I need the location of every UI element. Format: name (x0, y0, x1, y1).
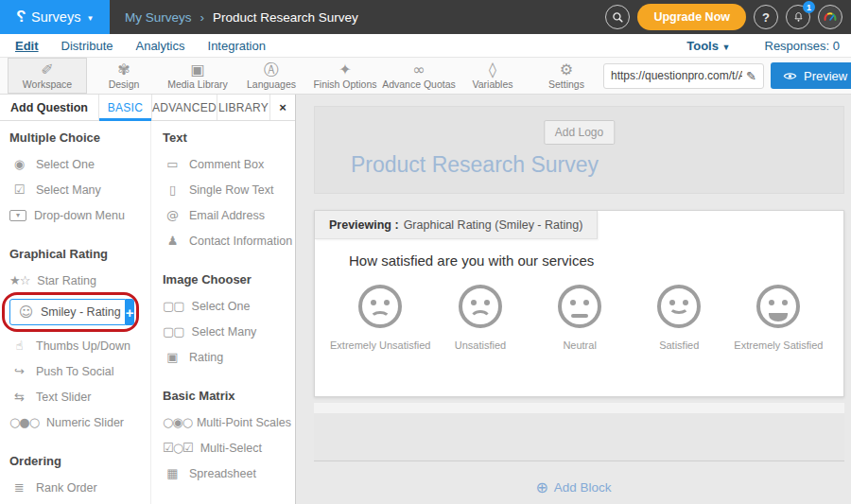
sidebar-item-select-one[interactable]: ◉Select One (9, 157, 147, 171)
star-rating-icon: ★☆ (9, 273, 29, 287)
sidebar-tab-basic[interactable]: BASIC (99, 95, 152, 120)
multi-point-scales-icon: ○◉○ (163, 415, 189, 429)
product-name: Surveys (31, 9, 80, 25)
sidebar-item-rank-order[interactable]: ≣Rank Order (9, 480, 147, 495)
sidebar-item-star-rating[interactable]: ★☆Star Rating (9, 273, 147, 287)
sidebar-item-smiley-rating[interactable]: ☺Smiley - Rating (9, 299, 126, 325)
search-button[interactable] (605, 5, 630, 29)
score-gauge-icon (821, 8, 840, 26)
multi-select-icon: ☑○☑ (163, 441, 193, 455)
toolbar-workspace[interactable]: ✐Workspace (8, 58, 87, 94)
toolbar-media-library[interactable]: ▣Media Library (161, 58, 234, 94)
notifications-button[interactable]: 1 (786, 5, 810, 29)
toolbar-design[interactable]: ✾Design (87, 58, 161, 94)
account-avatar[interactable] (818, 5, 842, 29)
sidebar-item-spreadsheet[interactable]: ▦Spreadsheet (163, 466, 291, 480)
toolbar-languages[interactable]: ⒶLanguages (234, 58, 308, 94)
toolbar: ✐Workspace✾Design▣Media LibraryⒶLanguage… (0, 58, 851, 95)
smiley-rating-icon: ☺ (16, 304, 35, 321)
smiley-option-unsatisfied[interactable]: Unsatisfied (430, 285, 530, 351)
survey-url-input[interactable] (611, 69, 742, 82)
sidebar-item-select-many[interactable]: ☑Select Many (9, 182, 147, 197)
sidebar-item-contact-information[interactable]: ♟Contact Information (163, 234, 291, 248)
smiley-face-icon (558, 285, 601, 328)
sidebar-item-numeric-slider[interactable]: ○●○Numeric Slider (9, 415, 147, 429)
bell-icon (792, 11, 805, 24)
preview-button[interactable]: Preview (771, 62, 851, 89)
section-title-ordering: Ordering (9, 454, 147, 468)
upgrade-now-button[interactable]: Upgrade Now (637, 4, 746, 30)
add-block-button[interactable]: ⊕ Add Block (296, 478, 851, 496)
add-question-sidebar: Add Question BASICADVANCEDLIBRARY × Mult… (0, 95, 296, 504)
item-label-text-slider: Text Slider (36, 391, 91, 404)
tools-menu[interactable]: Tools ▼ (686, 39, 730, 53)
item-label-rank-order: Rank Order (36, 481, 97, 495)
chevron-down-icon: ▼ (722, 43, 731, 52)
previewing-tab: Previewing : Graphical Rating (Smiley - … (315, 211, 598, 239)
sidebar-tab-advanced[interactable]: ADVANCED (152, 95, 217, 120)
smiley-eye (769, 300, 774, 305)
menu-tab-edit[interactable]: Edit (4, 34, 50, 57)
add-smiley-rating-button[interactable]: + (126, 299, 134, 325)
sidebar-item-select-one[interactable]: ▢▢Select One (163, 299, 291, 313)
toolbar-settings[interactable]: ⚙Settings (530, 58, 603, 94)
toolbar-variables[interactable]: ◊Variables (456, 58, 530, 94)
share-social-icon: ↪ (9, 364, 28, 378)
sidebar-item-thumbs-up-down[interactable]: ☝Thumbs Up/Down (9, 339, 147, 353)
item-label-select-many: Select Many (36, 183, 101, 197)
workspace-icon: ✐ (41, 61, 53, 78)
toolbar-label-workspace: Workspace (23, 78, 72, 90)
sidebar-item-email-address[interactable]: @Email Address (163, 208, 291, 222)
languages-icon: Ⓐ (264, 61, 279, 78)
add-logo-button[interactable]: Add Logo (544, 120, 615, 145)
smiley-label: Extremely Unsatisfied (330, 339, 430, 351)
sidebar-item-push-to-social[interactable]: ↪Push To Social (9, 364, 147, 378)
smiley-option-extremely-unsatisfied[interactable]: Extremely Unsatisfied (330, 285, 430, 351)
menu-tab-distribute[interactable]: Distribute (50, 34, 125, 57)
smiley-option-extremely-satisfied[interactable]: Extremely Satisfied (729, 285, 828, 351)
edit-url-icon[interactable]: ✎ (746, 69, 756, 83)
sidebar-tabs: Add Question BASICADVANCEDLIBRARY × (0, 95, 295, 121)
sidebar-item-drop-down-menu[interactable]: ▾Drop-down Menu (9, 208, 147, 222)
toolbar-advance-quotas[interactable]: ∞Advance Quotas (382, 58, 456, 94)
item-label-email-address: Email Address (189, 209, 265, 222)
advance-quotas-chain-icon: ∞ (412, 61, 425, 78)
section-image-chooser: Image Chooser▢▢Select One▢▢Select Many▣R… (163, 272, 291, 364)
close-panel-button[interactable]: × (270, 95, 295, 120)
survey-title[interactable]: Product Research Survey (351, 152, 599, 178)
smiley-option-neutral[interactable]: Neutral (530, 285, 630, 351)
section-basic-matrix: Basic Matrix○◉○Multi-Point Scales☑○☑Mult… (163, 389, 291, 480)
item-label-smiley-rating: Smiley - Rating (41, 305, 121, 319)
menu-tab-analytics[interactable]: Analytics (124, 34, 196, 57)
sidebar-item-rating[interactable]: ▣Rating (163, 350, 291, 364)
sidebar-item-select-many[interactable]: ▢▢Select Many (163, 324, 291, 339)
breadcrumb-my-surveys[interactable]: My Surveys (125, 10, 192, 25)
toolbar-label-finish-options: Finish Options (313, 78, 376, 90)
variables-tag-icon: ◊ (489, 61, 496, 78)
item-label-multi-select: Multi-Select (200, 442, 262, 455)
item-label-contact-information: Contact Information (189, 235, 292, 248)
item-label-push-to-social: Push To Social (36, 365, 113, 378)
responses-count: Responses: 0 (765, 39, 841, 53)
numeric-slider-icon: ○●○ (9, 415, 39, 429)
menu-tab-integration[interactable]: Integration (197, 34, 277, 57)
toolbar-label-advance-quotas: Advance Quotas (382, 78, 456, 90)
sidebar-item-single-row-text[interactable]: ▯Single Row Text (163, 182, 291, 197)
sidebar-item-multi-point-scales[interactable]: ○◉○Multi-Point Scales (163, 415, 291, 429)
smiley-mouth (571, 314, 588, 318)
section-title-graphical-rating: Graphical Rating (9, 247, 147, 261)
sidebar-tab-library[interactable]: LIBRARY (217, 95, 270, 120)
questionpro-logo[interactable]: ? Surveys ▼ (0, 0, 110, 34)
smiley-option-satisfied[interactable]: Satisfied (630, 285, 729, 351)
sidebar-item-multi-select[interactable]: ☑○☑Multi-Select (163, 441, 291, 455)
sidebar-item-text-slider[interactable]: ⇆Text Slider (9, 390, 147, 404)
item-label-single-row-text: Single Row Text (189, 183, 273, 197)
question-text[interactable]: How satisfied are you with our services (349, 252, 594, 269)
toolbar-finish-options[interactable]: ✦Finish Options (308, 58, 382, 94)
smiley-label: Extremely Satisfied (734, 339, 823, 351)
item-label-select-many: Select Many (192, 325, 257, 339)
sidebar-item-comment-box[interactable]: ▭Comment Box (163, 157, 291, 171)
item-label-rating: Rating (189, 351, 223, 364)
eye-icon (783, 71, 797, 81)
help-button[interactable]: ? (754, 5, 778, 29)
